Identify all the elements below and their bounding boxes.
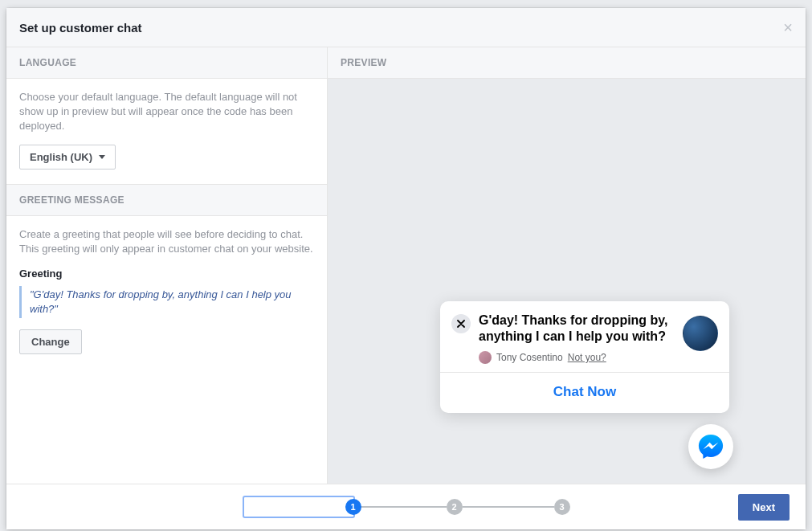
language-description: Choose your default language. The defaul… [19,90,314,133]
close-icon[interactable]: × [783,19,793,35]
language-dropdown[interactable]: English (UK) [19,145,116,170]
step-1-box[interactable]: 1 [243,496,355,518]
change-button[interactable]: Change [19,329,82,354]
preview-section-header: PREVIEW [328,47,806,79]
card-greeting-text: G'day! Thanks for dropping by, anything … [479,312,675,345]
preview-panel: PREVIEW G'day! Thanks for dropping by, a… [328,47,806,484]
card-close-icon[interactable] [451,314,471,333]
greeting-section-header: GREETING MESSAGE [6,184,327,216]
modal-title: Set up customer chat [19,21,142,35]
card-user-name: Tony Cosentino [496,352,563,363]
greeting-description: Create a greeting that people will see b… [19,227,314,256]
language-selected-value: English (UK) [30,151,92,163]
card-user-row: Tony Cosentino Not you? [479,351,675,364]
step-3[interactable]: 3 [554,499,570,515]
caret-down-icon [99,155,105,159]
chat-preview-card: G'day! Thanks for dropping by, anything … [440,301,729,413]
step-line-2 [463,506,554,508]
greeting-text: "G'day! Thanks for dropping by, anything… [19,286,314,318]
user-avatar-small [479,351,492,364]
not-you-link[interactable]: Not you? [568,352,606,363]
modal-footer: 1 2 3 Next [6,484,806,529]
settings-panel: LANGUAGE Choose your default language. T… [6,47,328,484]
greeting-section-body: Create a greeting that people will see b… [6,216,327,369]
language-section-header: LANGUAGE [6,47,327,79]
greeting-field-label: Greeting [19,268,314,280]
modal-body: LANGUAGE Choose your default language. T… [6,47,806,484]
chat-now-button[interactable]: Chat Now [440,373,729,413]
step-2[interactable]: 2 [447,499,463,515]
messenger-fab[interactable] [688,424,733,469]
modal-header: Set up customer chat × [6,8,806,47]
card-text-block: G'day! Thanks for dropping by, anything … [479,312,675,364]
stepper: 1 2 3 [243,496,570,518]
step-1: 1 [345,499,361,515]
step-line-1 [355,506,447,508]
setup-customer-chat-modal: Set up customer chat × LANGUAGE Choose y… [6,8,806,529]
language-section-body: Choose your default language. The defaul… [6,79,327,184]
page-avatar [683,316,718,351]
next-button[interactable]: Next [738,494,790,521]
messenger-icon [697,433,724,460]
card-top: G'day! Thanks for dropping by, anything … [440,301,729,372]
